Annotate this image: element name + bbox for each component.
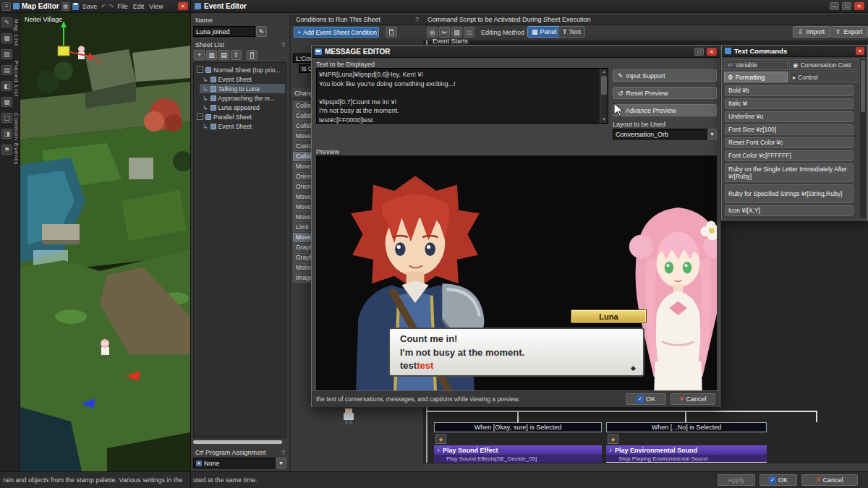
cmd-ruby-strings-button[interactable]: Ruby for Specified Strings ¥r[String,Rub… <box>725 184 854 203</box>
input-support-button[interactable]: ✎ Input Support <box>613 69 717 82</box>
tree-item-luna-appeared[interactable]: ↳ Luna appeared <box>200 103 285 112</box>
copy-sheet-icon[interactable]: ▥ <box>206 50 217 60</box>
tree-expander-icon[interactable]: − <box>197 67 203 73</box>
stamp-slope-icon[interactable]: ▧ <box>1 49 12 59</box>
cut-icon[interactable]: ✂ <box>439 27 450 38</box>
layout-select[interactable]: Conversation_Orb <box>613 129 707 140</box>
stamp-terrain-icon[interactable]: ▦ <box>1 33 12 43</box>
cmd-font-color-button[interactable]: Font Color ¥c[FFFFFF] <box>725 150 854 161</box>
menu-view[interactable]: View <box>148 3 164 10</box>
paste-icon[interactable]: ▤ <box>464 27 475 38</box>
column-splitter[interactable] <box>289 13 291 471</box>
stamp-pen-icon[interactable]: ✎ <box>1 17 12 27</box>
tree-expander-icon[interactable]: − <box>197 114 203 120</box>
conditions-help[interactable]: ? <box>415 16 419 23</box>
tab-control[interactable]: ▸ Control <box>789 72 864 82</box>
add-sheet-button[interactable]: + <box>194 50 205 60</box>
branch-header-yes[interactable]: When [Okay, sure] is Selected <box>434 422 602 432</box>
stamp-shade-icon[interactable]: ◨ <box>1 129 12 139</box>
undo-icon[interactable]: ↶ <box>101 3 106 10</box>
insert-handle-icon[interactable]: ◆ <box>608 435 618 444</box>
tree-splitter-handle[interactable] <box>193 440 282 444</box>
save-icon[interactable] <box>72 3 79 10</box>
cancel-button[interactable]: ×Cancel <box>801 474 858 486</box>
branch-header-no[interactable]: When [...No] is Selected <box>606 422 767 432</box>
text-commands-close-button[interactable]: ✕ <box>856 47 864 55</box>
message-ok-button[interactable]: ✓OK <box>626 393 666 405</box>
cmd-ruby-single-button[interactable]: Ruby on the Single Letter Immediately Af… <box>725 163 854 182</box>
minimize-button[interactable]: — <box>830 2 839 10</box>
insert-handle-icon[interactable]: ◆ <box>435 435 446 444</box>
stamp-object-icon[interactable]: ▤ <box>1 65 12 75</box>
import-button[interactable]: ⇩ Import <box>793 26 830 38</box>
scroll-up-icon[interactable]: ▲ <box>600 69 608 75</box>
ok-button[interactable]: ✓OK <box>760 474 797 486</box>
command-play-sound-effect[interactable]: ♪ Play Sound Effect <box>434 445 602 455</box>
menu-icon[interactable]: ≡ <box>2 2 11 11</box>
tab-formatting[interactable]: ⚙ Formatting <box>724 72 788 82</box>
maximize-button[interactable]: □ <box>842 2 851 10</box>
event-starts-node[interactable]: Event Starts <box>433 38 468 45</box>
cmd-italic-button[interactable]: Italic ¥i <box>725 98 854 109</box>
scroll-down-icon[interactable]: ▼ <box>600 116 608 123</box>
rename-button[interactable]: ✎ <box>256 26 267 37</box>
command-play-env-sound[interactable]: ♪ Play Environmental Sound <box>606 445 767 455</box>
export-button[interactable]: ⇧ Export <box>830 26 868 38</box>
command-detail-sound-effect[interactable]: Play Sound Effects[SE_Decide_05] <box>434 455 602 463</box>
text-area-scrollbar[interactable]: ▲ ▼ <box>600 69 608 123</box>
advance-preview-button[interactable]: ▶ Advance Preview <box>613 104 717 116</box>
copy-icon[interactable]: ▥ <box>451 27 462 38</box>
tree-item-parallel-sheet[interactable]: − Parallel Sheet <box>194 112 285 121</box>
grid-icon[interactable]: ▦ <box>61 2 70 11</box>
redo-icon[interactable]: ↷ <box>109 3 114 10</box>
restore-button[interactable]: □ <box>694 48 704 56</box>
menu-file[interactable]: File <box>116 3 129 10</box>
csharp-help[interactable]: ? <box>281 449 285 456</box>
tree-item-event-sheet-2[interactable]: ↳ Event Sheet <box>200 121 285 131</box>
menu-edit[interactable]: Edit <box>132 3 146 10</box>
message-cancel-button[interactable]: ×Cancel <box>671 393 715 405</box>
side-tab-map-list[interactable]: Map List <box>13 19 20 46</box>
panel-toggle[interactable]: ▦ Panel <box>527 26 561 38</box>
add-condition-button[interactable]: + Add Event Sheet Condition <box>294 27 379 38</box>
chevron-down-icon[interactable]: ▼ <box>276 458 286 468</box>
tree-item-event-sheet[interactable]: ↳ Event Sheet <box>200 74 285 84</box>
event-flag-icon[interactable]: ⚑ <box>1 145 12 155</box>
sheet-list-help[interactable]: ? <box>281 41 285 48</box>
tab-variable[interactable]: x= Variable <box>724 59 788 70</box>
cmd-icon-button[interactable]: Icon ¥I[X,Y] <box>725 205 854 216</box>
apply-button[interactable]: Apply <box>718 474 755 486</box>
map-viewport[interactable]: x Neitei Village <box>20 13 190 471</box>
tree-item-talking-to-luna[interactable]: ↳ Talking to Luna <box>200 84 285 93</box>
tab-conversation-cast[interactable]: ◉ Conversation Cast <box>789 59 864 70</box>
side-tab-common-events[interactable]: Common Events <box>13 113 20 165</box>
message-editor-close-button[interactable]: ✕ <box>707 48 717 56</box>
stamp-select-icon[interactable]: ▢ <box>1 113 12 123</box>
tree-item-approaching[interactable]: ↳ Approaching the m... <box>200 93 285 103</box>
delete-sheet-button[interactable] <box>247 50 258 60</box>
text-commands-scrollbar[interactable] <box>859 59 866 218</box>
tree-item-normal-sheet[interactable]: − Normal Sheet (top prio... <box>194 65 285 74</box>
stamp-fill-icon[interactable]: ◧ <box>1 81 12 91</box>
side-tab-placed-list[interactable]: Placed List <box>13 61 20 97</box>
export-sheet-icon[interactable]: ⇧ <box>231 50 242 60</box>
clear-icon[interactable]: ✕ <box>196 461 202 466</box>
cmd-font-size-button[interactable]: Font Size ¥z[100] <box>725 124 854 135</box>
event-name-field[interactable]: Luna joined <box>193 26 255 37</box>
message-text-area[interactable]: ¥NPR[Luna]¥lipspd[0.6]Hey, Ken! ¥! You l… <box>316 68 608 124</box>
event-close-button[interactable]: ✕ <box>854 2 864 10</box>
cmd-underline-button[interactable]: Underline ¥u <box>725 111 854 122</box>
scrollbar-thumb[interactable] <box>861 60 865 112</box>
text-toggle[interactable]: T Text <box>558 26 585 38</box>
paste-sheet-icon[interactable]: ▤ <box>218 50 229 60</box>
delete-condition-button[interactable] <box>386 27 397 38</box>
chevron-down-icon[interactable]: ▼ <box>707 129 717 140</box>
reset-preview-button[interactable]: ↺ Reset Preview <box>613 87 717 99</box>
map-close-button[interactable]: ✕ <box>178 2 188 10</box>
stamp-area-icon[interactable]: ▩ <box>1 97 12 107</box>
csharp-select[interactable]: ✕ None <box>193 458 276 468</box>
cmd-reset-font-color-button[interactable]: Reset Font Color ¥c <box>725 137 854 148</box>
save-button[interactable]: Save <box>81 3 99 10</box>
cmd-bold-button[interactable]: Bold ¥b <box>725 85 854 96</box>
scrollbar-thumb[interactable] <box>601 76 607 95</box>
